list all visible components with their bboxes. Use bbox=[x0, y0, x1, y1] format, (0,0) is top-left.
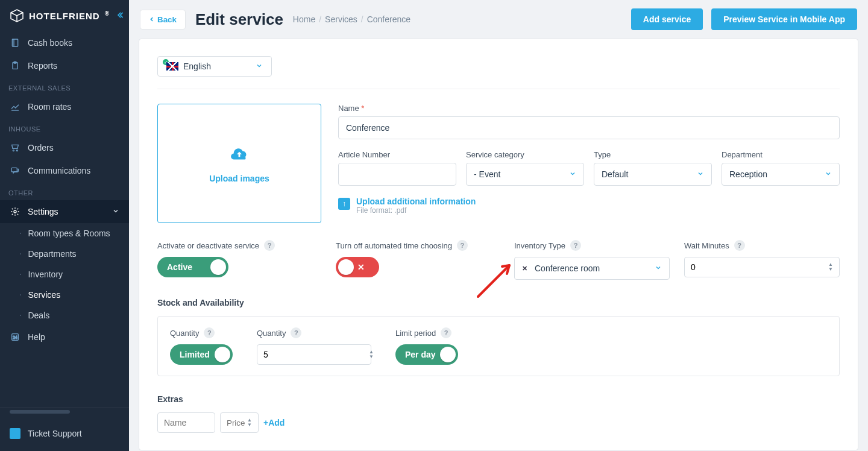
clipboard-icon bbox=[10, 60, 20, 71]
back-button[interactable]: Back bbox=[140, 10, 186, 30]
sidebar-item-cashbooks[interactable]: Cash books bbox=[0, 31, 129, 54]
sidebar-item-label: Help bbox=[28, 332, 45, 342]
dept-select[interactable]: Reception bbox=[722, 163, 840, 186]
sidebar-item-label: Reports bbox=[28, 61, 57, 71]
cloud-upload-icon bbox=[229, 144, 250, 169]
toggle-knob bbox=[210, 259, 226, 275]
chevron-down-icon bbox=[112, 207, 119, 216]
language-value: English bbox=[183, 62, 211, 71]
sidebar-item-roomrates[interactable]: Room rates bbox=[0, 95, 129, 118]
extras-name-input[interactable] bbox=[157, 412, 215, 433]
help-icon[interactable]: ? bbox=[264, 240, 275, 251]
toggle-knob bbox=[440, 347, 456, 362]
help-icon: 24 bbox=[10, 332, 20, 342]
article-label: Article Number bbox=[338, 150, 456, 159]
breadcrumb-current: Conference bbox=[367, 14, 410, 24]
brand-text: HOTELFRIEND bbox=[29, 11, 100, 21]
section-label-other: OTHER bbox=[0, 182, 129, 200]
toggle-knob bbox=[215, 347, 230, 362]
article-input[interactable] bbox=[338, 163, 456, 186]
spinner-icon[interactable]: ▲▼ bbox=[369, 350, 374, 359]
sidebar-sub-services[interactable]: Services bbox=[0, 285, 129, 305]
svg-rect-5 bbox=[11, 168, 17, 172]
limit-period-toggle[interactable]: Per day bbox=[395, 344, 458, 365]
svg-point-6 bbox=[14, 210, 16, 213]
name-input[interactable] bbox=[338, 116, 840, 139]
section-label-external: EXTERNAL SALES bbox=[0, 77, 129, 95]
wait-label: Wait Minutes bbox=[684, 241, 729, 250]
sidebar-item-label: Ticket Support bbox=[28, 429, 82, 438]
section-label-inhouse: INHOUSE bbox=[0, 118, 129, 136]
sidebar-item-label: Room rates bbox=[28, 102, 71, 112]
help-icon[interactable]: ? bbox=[734, 240, 745, 251]
upload-images-dropzone[interactable]: Upload images bbox=[157, 104, 321, 223]
breadcrumb-services[interactable]: Services bbox=[325, 14, 357, 24]
quantity-input[interactable]: ▲▼ bbox=[257, 344, 371, 365]
service-form-card: ✓ English Upload images bbox=[139, 39, 858, 450]
ticket-icon bbox=[10, 428, 20, 439]
sidebar-item-help[interactable]: 24 Help bbox=[0, 326, 129, 348]
extras-price-input[interactable]: ▲▼ bbox=[220, 412, 259, 433]
sidebar-item-orders[interactable]: Orders bbox=[0, 136, 129, 159]
auto-time-toggle[interactable]: ✕ bbox=[336, 257, 379, 277]
inventory-label: Inventory Type bbox=[514, 241, 565, 250]
type-select[interactable]: Default bbox=[594, 163, 712, 186]
sidebar-collapse-icon[interactable] bbox=[116, 11, 124, 21]
chevron-down-icon bbox=[825, 169, 832, 179]
help-icon[interactable]: ? bbox=[441, 327, 451, 338]
quantity-toggle-label: Quantity bbox=[170, 329, 199, 338]
wait-minutes-input[interactable]: ▲▼ bbox=[684, 257, 840, 277]
sidebar-sub-roomtypes[interactable]: Room types & Rooms bbox=[0, 223, 129, 244]
sidebar-sub-deals[interactable]: Deals bbox=[0, 305, 129, 326]
topbar: Back Edit service Home / Services / Conf… bbox=[129, 0, 868, 39]
spinner-icon[interactable]: ▲▼ bbox=[828, 262, 833, 272]
help-icon[interactable]: ? bbox=[570, 240, 581, 251]
upload-icon: ↑ bbox=[338, 198, 350, 210]
chat-icon bbox=[10, 165, 20, 176]
spinner-icon[interactable]: ▲▼ bbox=[247, 418, 252, 427]
flag-uk-icon bbox=[166, 62, 178, 71]
dept-label: Department bbox=[722, 150, 840, 159]
sidebar-item-label: Orders bbox=[28, 143, 54, 153]
upload-additional-link[interactable]: Upload additional information bbox=[356, 197, 476, 206]
inventory-type-select[interactable]: ✕ Conference room bbox=[514, 257, 670, 280]
help-icon[interactable]: ? bbox=[457, 240, 468, 251]
quantity-number-label: Quantity bbox=[257, 329, 286, 338]
extras-header: Extras bbox=[157, 394, 840, 404]
upload-hint: File format: .pdf bbox=[356, 206, 476, 215]
svg-text:24: 24 bbox=[13, 335, 17, 339]
activate-toggle[interactable]: Active bbox=[157, 257, 228, 277]
add-extra-button[interactable]: +Add bbox=[263, 418, 285, 427]
sidebar-sub-departments[interactable]: Departments bbox=[0, 244, 129, 264]
category-select[interactable]: - Event bbox=[466, 163, 584, 186]
help-icon[interactable]: ? bbox=[291, 327, 301, 338]
brand-logo[interactable]: HOTELFRIEND® bbox=[0, 0, 129, 31]
scroll-indicator bbox=[10, 410, 70, 414]
language-select[interactable]: ✓ English bbox=[157, 56, 272, 77]
sidebar-item-reports[interactable]: Reports bbox=[0, 54, 129, 77]
gear-icon bbox=[10, 206, 20, 217]
sidebar-sub-inventory[interactable]: Inventory bbox=[0, 264, 129, 285]
svg-rect-0 bbox=[12, 39, 17, 46]
breadcrumb: Home / Services / Conference bbox=[293, 14, 410, 24]
sidebar-footer: Ticket Support bbox=[0, 407, 129, 451]
sidebar-item-communications[interactable]: Communications bbox=[0, 159, 129, 182]
sidebar-item-ticket[interactable]: Ticket Support bbox=[0, 420, 129, 447]
quantity-toggle[interactable]: Limited bbox=[170, 344, 233, 365]
help-icon[interactable]: ? bbox=[204, 327, 215, 338]
activate-label: Activate or deactivate service bbox=[157, 241, 259, 250]
main-content: Back Edit service Home / Services / Conf… bbox=[129, 0, 868, 451]
add-service-button[interactable]: Add service bbox=[631, 8, 703, 30]
type-label: Type bbox=[594, 150, 712, 159]
page-title: Edit service bbox=[195, 10, 283, 29]
sidebar-item-settings[interactable]: Settings bbox=[0, 200, 129, 223]
clear-icon[interactable]: ✕ bbox=[522, 265, 527, 273]
stock-panel: Quantity ? Limited Quantity ? bbox=[157, 316, 840, 376]
extras-row: ▲▼ +Add bbox=[157, 412, 840, 433]
preview-mobile-button[interactable]: Preview Service in Mobile App bbox=[711, 8, 857, 30]
sidebar-item-label: Communications bbox=[28, 166, 90, 175]
chevron-down-icon bbox=[256, 62, 263, 71]
name-label: Name * bbox=[338, 104, 840, 113]
divider bbox=[157, 89, 840, 89]
breadcrumb-home[interactable]: Home bbox=[293, 14, 315, 24]
